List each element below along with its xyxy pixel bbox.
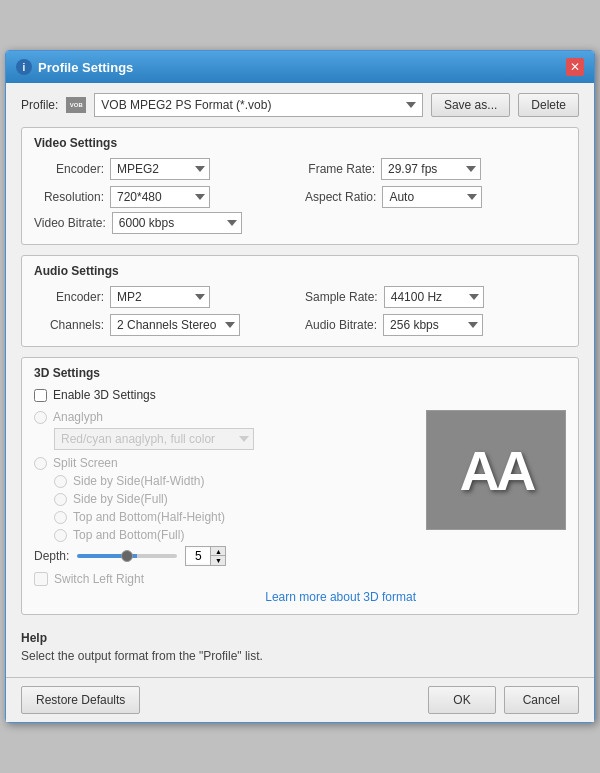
three-d-settings-title: 3D Settings	[34, 366, 566, 380]
depth-value-box: ▲ ▼	[185, 546, 226, 566]
delete-button[interactable]: Delete	[518, 93, 579, 117]
split-screen-options: Side by Side(Half-Width) Side by Side(Fu…	[54, 474, 416, 542]
title-text: Profile Settings	[38, 60, 133, 75]
app-icon-text: i	[23, 62, 26, 73]
side-by-side-full-label: Side by Side(Full)	[73, 492, 168, 506]
top-bottom-half-label: Top and Bottom(Half-Height)	[73, 510, 225, 524]
learn-more-link[interactable]: Learn more about 3D format	[265, 590, 416, 604]
switch-lr-checkbox[interactable]	[34, 572, 48, 586]
video-bitrate-select[interactable]: 6000 kbps	[112, 212, 242, 234]
channels-label: Channels:	[34, 318, 104, 332]
resolution-row: Resolution: 720*480	[34, 186, 295, 208]
profile-label: Profile:	[21, 98, 58, 112]
depth-spinner: ▲ ▼	[210, 547, 225, 565]
channels-row: Channels: 2 Channels Stereo	[34, 314, 295, 336]
anaglyph-type-select[interactable]: Red/cyan anaglyph, full color	[54, 428, 254, 450]
sample-rate-label: Sample Rate:	[305, 290, 378, 304]
three-d-content: Anaglyph Red/cyan anaglyph, full color S…	[34, 410, 566, 604]
help-title: Help	[21, 631, 579, 645]
save-as-button[interactable]: Save as...	[431, 93, 510, 117]
enable-3d-row: Enable 3D Settings	[34, 388, 566, 402]
app-icon: i	[16, 59, 32, 75]
anaglyph-label: Anaglyph	[53, 410, 103, 424]
anaglyph-radio-row: Anaglyph	[34, 410, 416, 424]
frame-rate-row: Frame Rate: 29.97 fps	[305, 158, 566, 180]
profile-row: Profile: VOB VOB MPEG2 PS Format (*.vob)…	[21, 93, 579, 117]
encoder-row: Encoder: MPEG2	[34, 158, 295, 180]
depth-slider[interactable]	[77, 554, 177, 558]
video-bitrate-row: Video Bitrate: 6000 kbps	[34, 212, 566, 234]
top-bottom-full-row: Top and Bottom(Full)	[54, 528, 416, 542]
video-bitrate-label: Video Bitrate:	[34, 216, 106, 230]
aspect-ratio-select[interactable]: Auto	[382, 186, 482, 208]
enable-3d-label[interactable]: Enable 3D Settings	[53, 388, 156, 402]
split-screen-radio-row: Split Screen	[34, 456, 416, 470]
frame-rate-label: Frame Rate:	[305, 162, 375, 176]
depth-label: Depth:	[34, 549, 69, 563]
top-bottom-half-row: Top and Bottom(Half-Height)	[54, 510, 416, 524]
restore-defaults-button[interactable]: Restore Defaults	[21, 686, 140, 714]
audio-encoder-label: Encoder:	[34, 290, 104, 304]
enable-3d-checkbox[interactable]	[34, 389, 47, 402]
side-by-side-half-radio[interactable]	[54, 475, 67, 488]
three-d-left: Anaglyph Red/cyan anaglyph, full color S…	[34, 410, 416, 604]
bottom-bar: Restore Defaults OK Cancel	[6, 677, 594, 722]
depth-value-input[interactable]	[186, 549, 210, 563]
dialog: i Profile Settings ✕ Profile: VOB VOB MP…	[5, 50, 595, 723]
video-settings-grid: Encoder: MPEG2 Frame Rate: 29.97 fps Res…	[34, 158, 566, 208]
aa-preview-text: AA	[460, 438, 533, 503]
help-section: Help Select the output format from the "…	[21, 625, 579, 667]
audio-encoder-row: Encoder: MP2	[34, 286, 295, 308]
video-settings-title: Video Settings	[34, 136, 566, 150]
aa-preview-box: AA	[426, 410, 566, 530]
audio-settings-section: Audio Settings Encoder: MP2 Sample Rate:…	[21, 255, 579, 347]
aspect-ratio-row: Aspect Ratio: Auto	[305, 186, 566, 208]
side-by-side-full-radio[interactable]	[54, 493, 67, 506]
switch-left-right-row: Switch Left Right	[34, 572, 416, 586]
three-d-preview: AA	[426, 410, 566, 604]
three-d-settings-section: 3D Settings Enable 3D Settings Anaglyph …	[21, 357, 579, 615]
bottom-right-buttons: OK Cancel	[428, 686, 579, 714]
title-bar: i Profile Settings ✕	[6, 51, 594, 83]
encoder-label: Encoder:	[34, 162, 104, 176]
top-bottom-full-radio[interactable]	[54, 529, 67, 542]
side-by-side-half-label: Side by Side(Half-Width)	[73, 474, 204, 488]
cancel-button[interactable]: Cancel	[504, 686, 579, 714]
close-button[interactable]: ✕	[566, 58, 584, 76]
audio-bitrate-select[interactable]: 256 kbps	[383, 314, 483, 336]
sample-rate-select[interactable]: 44100 Hz	[384, 286, 484, 308]
ok-button[interactable]: OK	[428, 686, 495, 714]
top-bottom-half-radio[interactable]	[54, 511, 67, 524]
help-text: Select the output format from the "Profi…	[21, 649, 579, 663]
encoder-select[interactable]: MPEG2	[110, 158, 210, 180]
audio-bitrate-row: Audio Bitrate: 256 kbps	[305, 314, 566, 336]
sample-rate-row: Sample Rate: 44100 Hz	[305, 286, 566, 308]
channels-select[interactable]: 2 Channels Stereo	[110, 314, 240, 336]
depth-up-button[interactable]: ▲	[211, 547, 225, 556]
split-screen-label: Split Screen	[53, 456, 118, 470]
depth-down-button[interactable]: ▼	[211, 556, 225, 565]
side-by-side-half-row: Side by Side(Half-Width)	[54, 474, 416, 488]
anaglyph-select-row: Red/cyan anaglyph, full color	[54, 428, 416, 450]
top-bottom-full-label: Top and Bottom(Full)	[73, 528, 184, 542]
title-bar-left: i Profile Settings	[16, 59, 133, 75]
anaglyph-radio[interactable]	[34, 411, 47, 424]
frame-rate-select[interactable]: 29.97 fps	[381, 158, 481, 180]
video-settings-section: Video Settings Encoder: MPEG2 Frame Rate…	[21, 127, 579, 245]
depth-row: Depth: ▲ ▼	[34, 546, 416, 566]
learn-more-row: Learn more about 3D format	[34, 590, 416, 604]
resolution-label: Resolution:	[34, 190, 104, 204]
switch-lr-label: Switch Left Right	[54, 572, 144, 586]
side-by-side-full-row: Side by Side(Full)	[54, 492, 416, 506]
split-screen-radio[interactable]	[34, 457, 47, 470]
audio-bitrate-label: Audio Bitrate:	[305, 318, 377, 332]
audio-settings-title: Audio Settings	[34, 264, 566, 278]
aspect-ratio-label: Aspect Ratio:	[305, 190, 376, 204]
audio-settings-grid: Encoder: MP2 Sample Rate: 44100 Hz Chann…	[34, 286, 566, 336]
profile-format-icon: VOB	[66, 97, 86, 113]
content-area: Profile: VOB VOB MPEG2 PS Format (*.vob)…	[6, 83, 594, 677]
audio-encoder-select[interactable]: MP2	[110, 286, 210, 308]
profile-select[interactable]: VOB MPEG2 PS Format (*.vob)	[94, 93, 423, 117]
resolution-select[interactable]: 720*480	[110, 186, 210, 208]
